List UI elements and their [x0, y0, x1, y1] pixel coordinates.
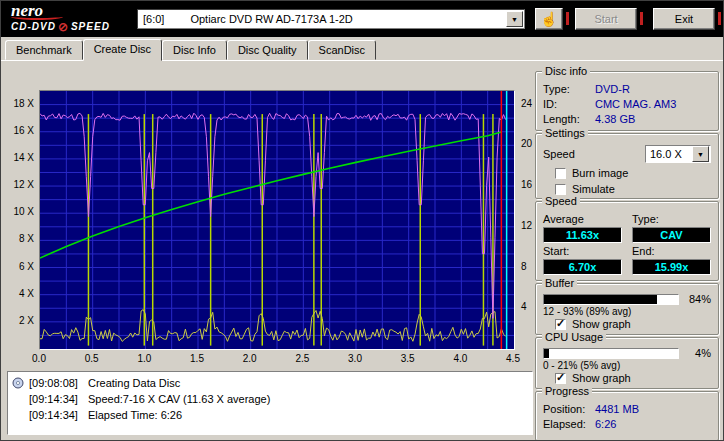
end-label: End: [632, 245, 711, 257]
buffer-percent: 84% [685, 293, 711, 305]
disc-length-value: 4.38 GB [595, 113, 711, 125]
drive-name: Optiarc DVD RW AD-7173A 1-2D [190, 13, 506, 25]
hand-pointer-button[interactable]: ☝ [535, 8, 563, 30]
x-axis-tick-label: 2.5 [295, 353, 309, 364]
tab-disc-info[interactable]: Disc Info [162, 40, 227, 60]
position-value: 4481 MB [595, 403, 711, 415]
tab-create-disc[interactable]: Create Disc [83, 39, 162, 61]
cpu-range-text: 0 - 21% (5% avg) [543, 360, 711, 371]
log-timestamp: [09:14:34] [29, 409, 78, 421]
y-axis-tick-label: 10 X [13, 206, 34, 217]
start-value: 6.70x [543, 259, 622, 275]
y-axis-tick-label: 6 X [19, 261, 34, 272]
disc-id-label: ID: [543, 98, 595, 110]
y-axis-tick-label: 8 [521, 261, 527, 272]
speed-select[interactable]: 16.0 X ▼ [645, 145, 711, 163]
disc-info-group: Disc info Type: DVD-R ID: CMC MAG. AM3 L… [535, 71, 719, 131]
product-name: CD-DVD ⊘ SPEED [11, 21, 110, 32]
burn-image-checkbox[interactable] [555, 168, 566, 179]
x-axis-tick-label: 2.0 [243, 353, 257, 364]
buffer-progressbar [543, 294, 679, 305]
simulate-checkbox[interactable] [555, 184, 566, 195]
right-panel: Disc info Type: DVD-R ID: CMC MAG. AM3 L… [535, 63, 719, 441]
red-accent [640, 12, 643, 25]
y-axis-tick-label: 12 [521, 220, 532, 231]
x-axis-tick-label: 0.0 [32, 353, 46, 364]
cpu-show-graph-checkbox[interactable] [555, 373, 566, 384]
tab-scandisc[interactable]: ScanDisc [308, 40, 376, 60]
cpu-percent: 4% [685, 347, 711, 359]
title-bar: nero CD-DVD ⊘ SPEED [6:0] Optiarc DVD RW… [1, 1, 724, 37]
cpu-show-graph-label: Show graph [572, 372, 631, 384]
end-value: 15.99x [632, 259, 711, 275]
red-accent [718, 12, 721, 25]
speed-group: Speed Average Type: 11.63x CAV Start: En… [535, 201, 719, 281]
buffer-bar-fill [544, 295, 657, 304]
y-axis-left-labels: 18 X16 X14 X12 X10 X8 X6 X4 X2 X [7, 90, 37, 348]
y-axis-tick-label: 14 X [13, 152, 34, 163]
y-axis-tick-label: 2 X [19, 315, 34, 326]
speed-chart [39, 90, 515, 350]
x-axis-tick-label: 4.0 [453, 353, 467, 364]
drive-id: [6:0] [143, 13, 164, 25]
elapsed-label: Elapsed: [543, 418, 595, 430]
nero-logo: nero CD-DVD ⊘ SPEED [11, 2, 110, 32]
disc-icon [12, 377, 29, 389]
hand-pointer-icon: ☝ [540, 11, 557, 27]
event-log: [09:08:08] Creating Data Disc [09:14:34]… [7, 371, 533, 435]
group-title: Speed [542, 195, 580, 207]
log-row: [09:14:34] Elapsed Time: 6:26 [12, 407, 528, 423]
y-axis-tick-label: 16 X [13, 125, 34, 136]
disc-id-value: CMC MAG. AM3 [595, 98, 711, 110]
group-title: Buffer [542, 277, 577, 289]
group-title: CPU Usage [542, 331, 606, 343]
disc-slash-icon: ⊘ [58, 22, 69, 32]
log-message: Speed:7-16 X CAV (11.63 X average) [88, 393, 270, 405]
group-title: Progress [542, 385, 592, 397]
exit-button[interactable]: Exit [653, 8, 715, 30]
settings-group: Settings Speed 16.0 X ▼ Burn image Simul… [535, 133, 719, 199]
disc-type-label: Type: [543, 83, 595, 95]
disc-type-value: DVD-R [595, 83, 711, 95]
x-axis-tick-label: 3.5 [401, 353, 415, 364]
start-button[interactable]: Start [575, 8, 637, 30]
position-label: Position: [543, 403, 595, 415]
tab-benchmark[interactable]: Benchmark [5, 40, 83, 60]
buffer-range-text: 12 - 93% (89% avg) [543, 306, 711, 317]
type-value: CAV [632, 227, 711, 243]
tab-disc-quality[interactable]: Disc Quality [227, 40, 308, 60]
drive-selector-combobox[interactable]: [6:0] Optiarc DVD RW AD-7173A 1-2D ▼ [137, 9, 525, 29]
chart-area: 18 X16 X14 X12 X10 X8 X6 X4 X2 X 2420161… [7, 65, 535, 438]
progress-group: Progress Position: 4481 MB Elapsed: 6:26 [535, 391, 719, 441]
y-axis-tick-label: 12 X [13, 179, 34, 190]
y-axis-tick-label: 4 X [19, 288, 34, 299]
y-axis-tick-label: 18 X [13, 98, 34, 109]
tab-strip: Benchmark Create Disc Disc Info Disc Qua… [1, 39, 724, 61]
cpu-bar-fill [544, 349, 549, 358]
x-axis-labels: 0.00.51.01.52.02.53.03.54.04.5 [39, 353, 515, 365]
group-title: Disc info [542, 65, 590, 77]
group-title: Settings [542, 127, 588, 139]
cpu-usage-group: CPU Usage 4% 0 - 21% (5% avg) Show graph [535, 337, 719, 389]
speed-select-value: 16.0 X [646, 148, 692, 160]
simulate-label: Simulate [572, 183, 615, 195]
x-axis-tick-label: 0.5 [85, 353, 99, 364]
cpu-progressbar [543, 348, 679, 359]
red-accent [566, 12, 569, 25]
y-axis-tick-label: 4 [521, 301, 527, 312]
y-axis-tick-label: 20 [521, 138, 532, 149]
log-row: [09:14:34] Speed:7-16 X CAV (11.63 X ave… [12, 391, 528, 407]
type-label: Type: [632, 213, 711, 225]
buffer-show-graph-checkbox[interactable] [555, 319, 566, 330]
log-row: [09:08:08] Creating Data Disc [12, 375, 528, 391]
log-timestamp: [09:14:34] [29, 393, 78, 405]
log-timestamp: [09:08:08] [29, 377, 78, 389]
buffer-group: Buffer 84% 12 - 93% (89% avg) Show graph [535, 283, 719, 335]
dropdown-arrow-icon[interactable]: ▼ [692, 146, 709, 162]
buffer-show-graph-label: Show graph [572, 318, 631, 330]
x-axis-tick-label: 1.5 [190, 353, 204, 364]
x-axis-tick-label: 3.0 [348, 353, 362, 364]
app-window: nero CD-DVD ⊘ SPEED [6:0] Optiarc DVD RW… [0, 0, 724, 441]
dropdown-arrow-icon[interactable]: ▼ [506, 11, 523, 27]
x-axis-tick-label: 4.5 [506, 353, 520, 364]
